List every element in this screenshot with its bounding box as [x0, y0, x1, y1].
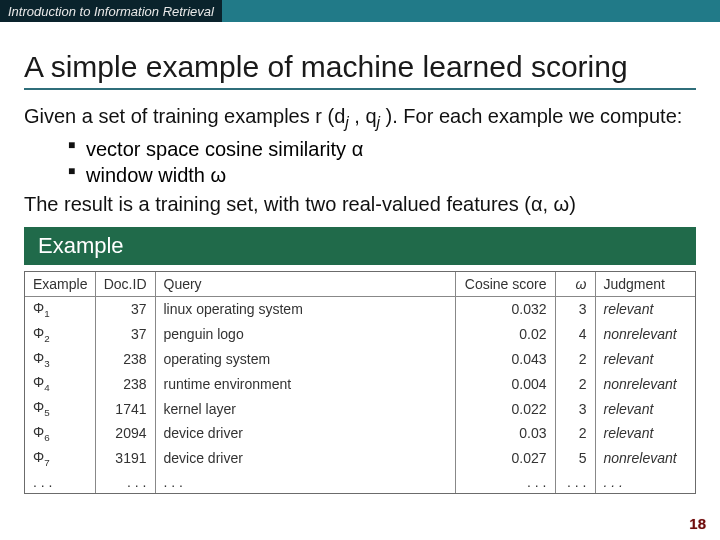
- cell-judgment: relevant: [595, 347, 695, 372]
- th-query: Query: [155, 272, 455, 296]
- cell-example: Φ7: [25, 446, 95, 471]
- cell-example: Φ2: [25, 322, 95, 347]
- cell-example: Φ5: [25, 396, 95, 421]
- cell-cos: . . .: [455, 471, 555, 493]
- cell-docid: 238: [95, 347, 155, 372]
- body-line2: The result is a training set, with two r…: [24, 192, 696, 217]
- cell-query: linux operating system: [155, 296, 455, 321]
- table-header-row: Example Doc.ID Query Cosine score ω Judg…: [25, 272, 695, 296]
- cell-query: . . .: [155, 471, 455, 493]
- cell-query: operating system: [155, 347, 455, 372]
- cell-example: Φ3: [25, 347, 95, 372]
- topbar-accent: [222, 0, 720, 22]
- cell-docid: . . .: [95, 471, 155, 493]
- cell-cos: 0.022: [455, 396, 555, 421]
- cell-omega: 3: [555, 396, 595, 421]
- th-judgment: Judgment: [595, 272, 695, 296]
- training-table: Example Doc.ID Query Cosine score ω Judg…: [24, 271, 696, 493]
- cell-judgment: relevant: [595, 421, 695, 446]
- cell-example: Φ4: [25, 371, 95, 396]
- table-row: Φ4238runtime environment0.0042nonrelevan…: [25, 371, 695, 396]
- slide-title: A simple example of machine learned scor…: [24, 50, 696, 90]
- cell-example: Φ6: [25, 421, 95, 446]
- cell-judgment: relevant: [595, 396, 695, 421]
- cell-docid: 3191: [95, 446, 155, 471]
- cell-cos: 0.004: [455, 371, 555, 396]
- cell-cos: 0.032: [455, 296, 555, 321]
- slide: Introduction to Information Retrieval A …: [0, 0, 720, 540]
- cell-example: Φ1: [25, 296, 95, 321]
- body-line1a: Given a set of training examples r (d: [24, 105, 345, 127]
- cell-omega: 2: [555, 347, 595, 372]
- bullet-list: vector space cosine similarity α window …: [68, 136, 696, 188]
- table-row: Φ237penguin logo0.024nonrelevant: [25, 322, 695, 347]
- cell-cos: 0.043: [455, 347, 555, 372]
- table-row: Φ62094device driver0.032relevant: [25, 421, 695, 446]
- cell-docid: 238: [95, 371, 155, 396]
- content-area: A simple example of machine learned scor…: [0, 22, 720, 265]
- cell-omega: 5: [555, 446, 595, 471]
- bullet-item: window width ω: [68, 162, 696, 188]
- table-row: Φ51741kernel layer0.0223relevant: [25, 396, 695, 421]
- cell-cos: 0.03: [455, 421, 555, 446]
- cell-judgment: relevant: [595, 296, 695, 321]
- cell-docid: 37: [95, 322, 155, 347]
- cell-query: penguin logo: [155, 322, 455, 347]
- cell-omega: . . .: [555, 471, 595, 493]
- cell-omega: 2: [555, 421, 595, 446]
- cell-query: kernel layer: [155, 396, 455, 421]
- example-header: Example: [24, 227, 696, 265]
- th-omega: ω: [555, 272, 595, 296]
- cell-omega: 4: [555, 322, 595, 347]
- bullet-item: vector space cosine similarity α: [68, 136, 696, 162]
- cell-omega: 3: [555, 296, 595, 321]
- body-text: Given a set of training examples r (dj ,…: [24, 104, 696, 132]
- table-row: Φ3238operating system0.0432relevant: [25, 347, 695, 372]
- cell-example: . . .: [25, 471, 95, 493]
- cell-query: device driver: [155, 421, 455, 446]
- cell-judgment: nonrelevant: [595, 446, 695, 471]
- table-row: Φ73191device driver0.0275nonrelevant: [25, 446, 695, 471]
- th-docid: Doc.ID: [95, 272, 155, 296]
- cell-cos: 0.02: [455, 322, 555, 347]
- body-line1b: , q: [349, 105, 377, 127]
- course-label: Introduction to Information Retrieval: [0, 4, 222, 19]
- table-row: . . .. . .. . .. . .. . .. . .: [25, 471, 695, 493]
- cell-docid: 2094: [95, 421, 155, 446]
- table-row: Φ137linux operating system0.0323relevant: [25, 296, 695, 321]
- cell-query: device driver: [155, 446, 455, 471]
- topbar: Introduction to Information Retrieval: [0, 0, 720, 22]
- cell-query: runtime environment: [155, 371, 455, 396]
- cell-docid: 37: [95, 296, 155, 321]
- cell-cos: 0.027: [455, 446, 555, 471]
- cell-docid: 1741: [95, 396, 155, 421]
- slide-number: 18: [689, 515, 706, 532]
- cell-judgment: nonrelevant: [595, 371, 695, 396]
- cell-judgment: . . .: [595, 471, 695, 493]
- th-cos: Cosine score: [455, 272, 555, 296]
- body-line1c: ). For each example we compute:: [380, 105, 682, 127]
- cell-judgment: nonrelevant: [595, 322, 695, 347]
- th-example: Example: [25, 272, 95, 296]
- cell-omega: 2: [555, 371, 595, 396]
